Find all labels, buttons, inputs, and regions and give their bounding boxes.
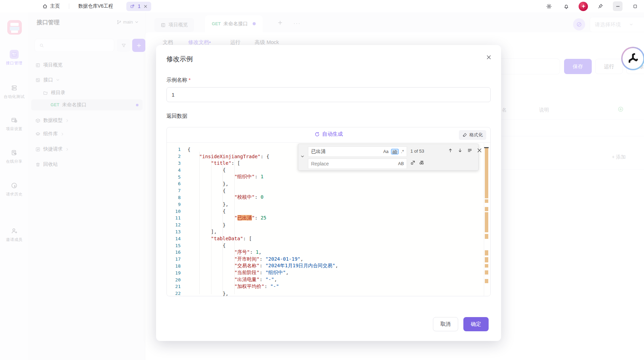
close-find-icon[interactable] [477,148,482,153]
format-button[interactable]: 格式化 [459,130,486,140]
code-line[interactable]: 12 } [167,222,480,228]
notifications-icon[interactable] [561,1,571,11]
line-number: 14 [167,236,181,241]
find-match-marker [485,270,488,274]
line-number: 21 [167,284,181,289]
refresh-icon [314,132,320,137]
tab-close-icon[interactable] [144,4,147,8]
indent-guide [199,152,200,294]
line-number: 11 [167,215,181,220]
preserve-case-toggle[interactable]: AB [398,161,404,166]
line-number: 8 [167,195,181,200]
find-match-marker [485,207,488,211]
open-window-icon [130,4,135,9]
find-match-marker [485,212,488,232]
find-match-marker [485,279,488,283]
line-number: 6 [167,181,181,186]
indent-guide [234,152,235,294]
line-number: 20 [167,277,181,282]
indent-guide [223,152,223,294]
confirm-button[interactable]: 确定 [463,317,489,331]
line-number: 16 [167,250,181,255]
format-icon [462,133,467,137]
floating-assistant-logo[interactable] [621,47,644,70]
overview-ruler[interactable] [484,143,488,296]
required-asterisk: * [189,77,191,83]
line-number: 1 [167,147,181,152]
home-tab[interactable]: 主页 [42,3,60,9]
line-number: 4 [167,168,181,173]
edit-example-modal: 修改示例 示例名称* 1 返回数据 自动生成 格式化 已出清 [156,45,501,341]
line-number: 18 [167,263,181,269]
code-line[interactable]: 9 }, [167,201,480,208]
next-match-icon[interactable] [457,148,463,153]
code-line[interactable]: 20 "出清电量": "-", [167,276,480,283]
code-line[interactable]: 13 ], [167,228,480,235]
code-line[interactable]: 10 { [167,208,480,215]
window-tab-label: 1 [138,3,140,9]
code-line[interactable]: 17 "开市时间": "2024-01-19", [167,256,480,263]
whole-word-toggle[interactable]: ab [391,149,399,154]
line-number: 17 [167,256,181,262]
find-match-marker [485,148,488,198]
example-name-input[interactable]: 1 [166,87,491,102]
code-line[interactable]: 11 "已出清": 25 [167,215,480,222]
project-tab[interactable]: 数据仓库V6工程 [78,3,113,9]
match-case-toggle[interactable]: Aa [383,149,388,154]
line-number: 15 [167,243,181,248]
replace-input[interactable]: Replace AB [308,159,407,169]
code-line[interactable]: 22 }, [167,290,480,296]
code-line[interactable]: 19 "当前阶段": "组织中", [167,269,480,276]
code-line[interactable]: 14 "tableData": [ [167,235,480,242]
replace-one-icon[interactable] [410,160,416,165]
line-number: 22 [167,291,181,296]
replace-all-icon[interactable] [419,160,424,165]
current-position-marker [484,147,489,148]
home-label: 主页 [50,3,60,9]
code-line[interactable]: 8 "校核中": 0 [167,194,480,201]
code-line[interactable]: 21 "加权平均价": "-" [167,283,480,290]
find-match-marker [485,250,488,255]
code-area[interactable]: 已出清 Aa ab .* 1 of 53 Replace AB [167,143,490,296]
cancel-button[interactable]: 取消 [433,317,458,331]
code-line[interactable]: 6 }, [167,180,480,187]
line-number: 2 [167,154,181,159]
find-query: 已出清 [311,148,326,155]
window-tab-pill[interactable]: 1 [126,2,151,11]
find-match-marker [485,234,488,239]
regex-toggle[interactable]: .* [401,149,404,154]
collapse-replace-icon[interactable] [300,154,305,159]
code-line[interactable]: 5 "组织中": 1 [167,173,480,180]
code-line[interactable]: 18 "交易名称": "2024年1月19日月内合同交易", [167,263,480,270]
avatar[interactable] [579,2,588,11]
home-icon [42,3,48,9]
auto-generate-button[interactable]: 自动生成 [314,131,343,137]
previous-match-icon[interactable] [448,148,453,153]
titlebar-separator [69,3,69,9]
code-line[interactable]: 15 { [167,242,480,249]
return-data-label: 返回数据 [166,113,187,119]
line-number: 7 [167,188,181,193]
line-number: 13 [167,229,181,234]
modal-close-icon[interactable] [486,55,491,60]
settings-icon[interactable] [544,1,554,11]
trident-logo-icon [627,53,639,64]
code-line[interactable]: 16 "序号": 1, [167,249,480,256]
editor-toolbar: 自动生成 格式化 [167,127,490,143]
line-number: 10 [167,209,181,214]
minimize-button[interactable] [613,1,623,11]
find-replace-widget: 已出清 Aa ab .* 1 of 53 Replace AB [298,144,479,171]
indent-guide [211,152,211,294]
example-name-label: 示例名称* [166,77,191,83]
code-line[interactable]: 7 { [167,187,480,194]
line-number: 19 [167,270,181,276]
maximize-button[interactable] [630,1,640,11]
find-input[interactable]: 已出清 Aa ab .* [308,146,407,157]
example-name-value: 1 [172,92,174,98]
find-match-marker [485,264,488,268]
modal-title: 修改示例 [166,55,193,64]
window-titlebar: 主页 数据仓库V6工程 1 [0,0,644,12]
pin-icon[interactable] [596,1,605,11]
replace-placeholder: Replace [311,161,329,166]
find-in-selection-icon[interactable] [467,148,472,153]
